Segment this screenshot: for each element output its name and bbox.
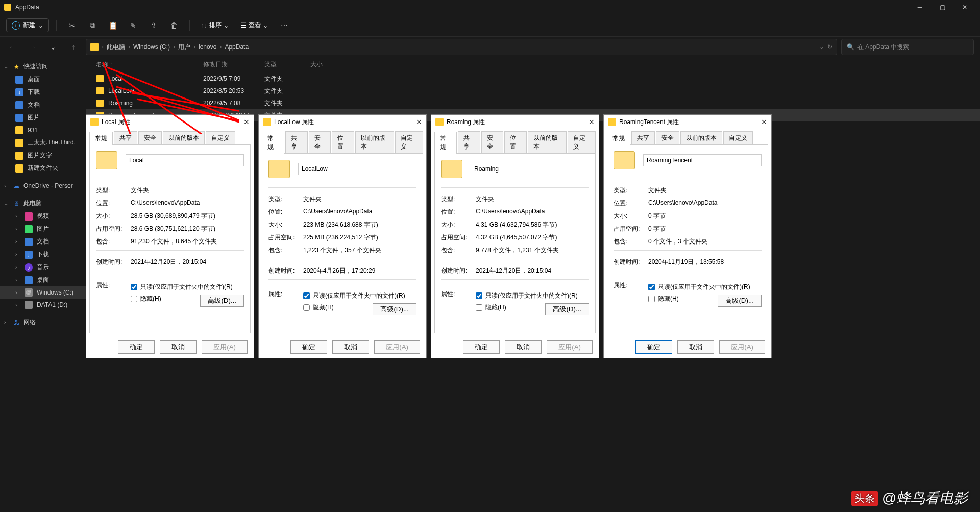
- tab[interactable]: 安全: [481, 131, 504, 153]
- sort-button[interactable]: ↑↓ 排序 ⌄: [197, 19, 233, 32]
- tab[interactable]: 安全: [656, 131, 679, 144]
- tab[interactable]: 自定义: [723, 131, 753, 144]
- tab[interactable]: 位置: [332, 131, 354, 153]
- dialog-titlebar[interactable]: Roaming 属性 ✕: [431, 115, 599, 129]
- crumb[interactable]: 此电脑: [107, 43, 125, 52]
- cancel-button[interactable]: 取消: [677, 340, 714, 354]
- sidebar-item-folder[interactable]: 三太太.The.Third.: [0, 136, 86, 149]
- close-button[interactable]: ✕: [953, 0, 976, 14]
- crumb[interactable]: Windows (C:): [133, 43, 170, 51]
- tab[interactable]: 位置: [504, 131, 527, 153]
- more-icon[interactable]: ⋯: [276, 17, 292, 34]
- dialog-titlebar[interactable]: Local 属性 ✕: [86, 115, 254, 129]
- cut-icon[interactable]: ✂: [64, 17, 80, 34]
- recent-button[interactable]: ⌄: [45, 39, 61, 55]
- dialog-titlebar[interactable]: RoamingTencent 属性 ✕: [604, 115, 771, 129]
- tab[interactable]: 共享: [458, 131, 480, 153]
- readonly-checkbox[interactable]: 只读(仅应用于文件夹中的文件)(R): [131, 281, 244, 293]
- maximize-button[interactable]: ▢: [931, 0, 953, 14]
- network-header[interactable]: ›🖧网络: [0, 316, 86, 329]
- thispc-header[interactable]: ⌄🖥此电脑: [0, 197, 86, 210]
- crumb[interactable]: AppData: [225, 43, 249, 51]
- tab[interactable]: 常规: [607, 132, 630, 145]
- sidebar-item-folder[interactable]: 931: [0, 124, 86, 136]
- tab[interactable]: 以前的版本: [163, 131, 205, 144]
- cancel-button[interactable]: 取消: [332, 340, 369, 354]
- readonly-checkbox[interactable]: 只读(仅应用于文件夹中的文件)(R): [648, 281, 762, 293]
- sidebar-item-pictures[interactable]: ›图片: [0, 223, 86, 235]
- col-type[interactable]: 类型: [260, 60, 306, 69]
- close-icon[interactable]: ✕: [761, 118, 767, 126]
- crumb[interactable]: lenovo: [199, 43, 216, 51]
- paste-icon[interactable]: 📋: [105, 17, 121, 34]
- sidebar-item-documents[interactable]: ›文档: [0, 235, 86, 248]
- tab[interactable]: 自定义: [206, 131, 235, 144]
- sidebar-item-desktop[interactable]: 桌面: [0, 73, 86, 86]
- tab[interactable]: 以前的版本: [528, 131, 567, 153]
- tab[interactable]: 安全: [309, 131, 331, 153]
- forward-button[interactable]: →: [24, 39, 41, 55]
- table-row[interactable]: LocalLow2022/8/5 20:53文件夹: [86, 85, 980, 97]
- folder-name-input[interactable]: [298, 163, 416, 175]
- tab[interactable]: 共享: [285, 131, 308, 153]
- tab[interactable]: 共享: [631, 131, 655, 144]
- quick-access-header[interactable]: ⌄★ 快速访问: [0, 60, 86, 73]
- col-name[interactable]: 名称 ˄: [92, 60, 199, 69]
- sidebar-item-videos[interactable]: ›视频: [0, 210, 86, 223]
- tab[interactable]: 自定义: [395, 131, 423, 153]
- apply-button[interactable]: 应用(A): [202, 340, 248, 354]
- sidebar-item-downloads[interactable]: ›↓下载: [0, 248, 86, 261]
- minimize-button[interactable]: ─: [909, 0, 931, 14]
- ok-button[interactable]: 确定: [635, 340, 672, 354]
- advanced-button[interactable]: 高级(D)...: [718, 295, 762, 307]
- folder-name-input[interactable]: [643, 154, 762, 166]
- tab[interactable]: 以前的版本: [680, 131, 722, 144]
- close-icon[interactable]: ✕: [589, 118, 595, 126]
- copy-icon[interactable]: ⧉: [84, 17, 101, 34]
- close-icon[interactable]: ✕: [243, 118, 250, 126]
- apply-button[interactable]: 应用(A): [547, 340, 593, 354]
- tab[interactable]: 自定义: [568, 131, 596, 153]
- back-button[interactable]: ←: [4, 39, 20, 55]
- sidebar-item-music[interactable]: ›♪音乐: [0, 261, 86, 274]
- tab[interactable]: 常规: [89, 132, 113, 145]
- sidebar-item-d-drive[interactable]: ›DATA1 (D:): [0, 299, 86, 311]
- advanced-button[interactable]: 高级(D)...: [545, 303, 589, 315]
- sidebar-item-documents[interactable]: 文档: [0, 99, 86, 111]
- sidebar-item-folder[interactable]: 新建文件夹: [0, 162, 86, 175]
- table-row[interactable]: Local2022/9/5 7:09文件夹: [86, 72, 980, 85]
- tab[interactable]: 共享: [114, 131, 137, 144]
- folder-name-input[interactable]: [126, 154, 244, 166]
- advanced-button[interactable]: 高级(D)...: [200, 295, 244, 307]
- apply-button[interactable]: 应用(A): [374, 340, 420, 354]
- sidebar-item-pictures[interactable]: 图片: [0, 111, 86, 124]
- ok-button[interactable]: 确定: [118, 340, 155, 354]
- cancel-button[interactable]: 取消: [160, 340, 197, 354]
- sidebar-item-c-drive[interactable]: ›⛃Windows (C:): [0, 286, 86, 299]
- dialog-titlebar[interactable]: LocalLow 属性 ✕: [259, 115, 426, 129]
- col-date[interactable]: 修改日期: [199, 60, 260, 69]
- sidebar-item-folder[interactable]: 图片文字: [0, 149, 86, 162]
- apply-button[interactable]: 应用(A): [719, 340, 765, 354]
- ok-button[interactable]: 确定: [463, 340, 500, 354]
- crumb[interactable]: 用户: [178, 43, 190, 52]
- advanced-button[interactable]: 高级(D)...: [373, 303, 416, 315]
- readonly-checkbox[interactable]: 只读(仅应用于文件夹中的文件)(R): [303, 290, 416, 302]
- address-bar[interactable]: › 此电脑› Windows (C:)› 用户› lenovo› AppData…: [86, 39, 837, 55]
- new-button[interactable]: + 新建 ⌄: [6, 18, 49, 32]
- share-icon[interactable]: ⇪: [145, 17, 162, 34]
- onedrive-header[interactable]: ›☁OneDrive - Persor: [0, 180, 86, 192]
- rename-icon[interactable]: ✎: [125, 17, 141, 34]
- col-size[interactable]: 大小: [306, 60, 347, 69]
- cancel-button[interactable]: 取消: [505, 340, 542, 354]
- tab[interactable]: 安全: [138, 131, 162, 144]
- tab[interactable]: 常规: [434, 132, 457, 154]
- folder-name-input[interactable]: [471, 163, 589, 175]
- tab[interactable]: 常规: [262, 132, 284, 154]
- view-button[interactable]: ☰ 查看 ⌄: [237, 19, 272, 32]
- sidebar-item-downloads[interactable]: ↓下载: [0, 86, 86, 99]
- chevron-down-icon[interactable]: ⌄: [819, 43, 824, 51]
- close-icon[interactable]: ✕: [416, 118, 422, 126]
- ok-button[interactable]: 确定: [290, 340, 327, 354]
- search-input[interactable]: 🔍 在 AppData 中搜索: [841, 39, 974, 55]
